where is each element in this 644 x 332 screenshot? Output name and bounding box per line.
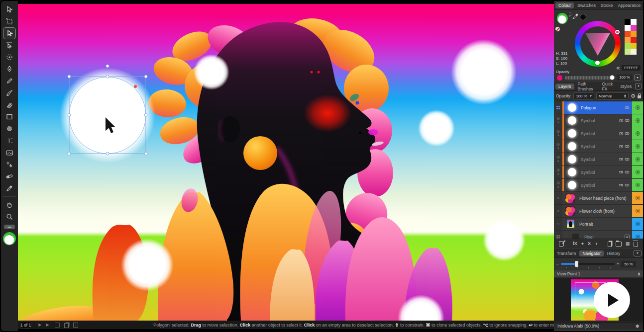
- vector-brush-tool[interactable]: [3, 87, 16, 99]
- artboard-tool[interactable]: [3, 15, 16, 27]
- fx-badge-icon[interactable]: fX: [619, 118, 623, 123]
- fill-adjustment-icon[interactable]: ◑: [595, 241, 597, 246]
- view-point-row[interactable]: View Point 1: [554, 270, 643, 278]
- swatch[interactable]: [625, 31, 631, 37]
- eyedropper-icon[interactable]: [572, 13, 579, 21]
- swatch[interactable]: [625, 19, 631, 25]
- tab-navigator[interactable]: Navigator: [579, 250, 603, 256]
- frame-text-tool[interactable]: T: [3, 135, 16, 147]
- tab-swatches[interactable]: Swatches: [576, 2, 597, 8]
- colour-picker-tool[interactable]: [3, 182, 16, 194]
- layer-visibility-toggle[interactable]: [632, 127, 643, 140]
- swatch[interactable]: [625, 37, 631, 43]
- link-badge-icon[interactable]: [625, 170, 630, 174]
- gradient-tool[interactable]: [3, 170, 16, 182]
- blend-mode-select[interactable]: Normal: [596, 92, 629, 100]
- layers-panel-menu-button[interactable]: [635, 83, 642, 89]
- layer-lock-icon[interactable]: [638, 95, 641, 98]
- layer-gutter[interactable]: ◎›: [554, 166, 562, 178]
- layer-thumbnail[interactable]: [565, 206, 575, 216]
- link-badge-icon[interactable]: [625, 119, 630, 122]
- tab-appearance[interactable]: Appearance: [616, 2, 642, 8]
- paint-brush-tool[interactable]: [3, 99, 16, 111]
- layer-gutter[interactable]: ◎›: [554, 127, 562, 140]
- zoom-value-box[interactable]: 50 %: [621, 261, 636, 267]
- layer-thumbnail[interactable]: [568, 116, 576, 125]
- layer-settings-gear-icon[interactable]: ⚙: [631, 93, 636, 99]
- picture-frame-tool[interactable]: [3, 147, 16, 159]
- layer-row-polygon[interactable]: Polygon: [554, 101, 643, 114]
- rotation-handle[interactable]: [106, 65, 109, 68]
- fill-stroke-indicator[interactable]: [2, 232, 16, 247]
- layer-fx-icon[interactable]: fX: [573, 241, 577, 246]
- opacity-slider-handle[interactable]: [610, 75, 615, 80]
- layer-visibility-toggle[interactable]: [632, 166, 643, 178]
- zoom-tool[interactable]: [3, 211, 16, 223]
- swatch[interactable]: [631, 43, 637, 49]
- edit-all-layers-icon[interactable]: [559, 241, 564, 247]
- layer-row-symbol[interactable]: ◎›SymbolfX: [554, 127, 643, 140]
- fill-colour-swatch[interactable]: [4, 235, 14, 245]
- link-badge-icon[interactable]: [625, 106, 630, 109]
- duplicate-layer-icon[interactable]: [608, 242, 612, 247]
- layer-thumbnail[interactable]: [568, 168, 576, 176]
- hue-marker[interactable]: [615, 30, 620, 34]
- adjustment-layer-icon[interactable]: X: [588, 241, 591, 246]
- swatch[interactable]: [631, 31, 637, 37]
- sl-marker[interactable]: [595, 61, 600, 65]
- play-icon[interactable]: ▶: [38, 323, 41, 327]
- tab-stroke[interactable]: Stroke: [599, 2, 615, 8]
- layer-thumbnail[interactable]: [567, 220, 574, 228]
- swatch[interactable]: [631, 25, 637, 31]
- zoom-slider-handle[interactable]: [575, 261, 578, 267]
- layer-row-symbol[interactable]: ◎›SymbolfX: [554, 153, 643, 166]
- swap-colours-icon[interactable]: ⤸: [569, 12, 571, 17]
- document-canvas[interactable]: [18, 4, 554, 321]
- layer-thumbnail[interactable]: [568, 103, 576, 112]
- no-colour-icon[interactable]: [555, 27, 560, 31]
- opacity-slider-track[interactable]: [565, 76, 613, 80]
- tab-layers[interactable]: Layers: [555, 83, 574, 89]
- current-colour-dot[interactable]: [557, 75, 562, 81]
- layer-visibility-toggle[interactable]: [632, 179, 643, 191]
- swatch[interactable]: [625, 43, 631, 49]
- fx-badge-icon[interactable]: fX: [619, 144, 623, 149]
- layer-row-symbol[interactable]: ◎›SymbolfX: [554, 179, 643, 192]
- fx-badge-icon[interactable]: fX: [619, 183, 623, 187]
- tab-quick-fx[interactable]: Quick FX: [600, 81, 617, 92]
- tab-styles[interactable]: Styles: [619, 83, 633, 89]
- mask-layer-icon[interactable]: ●: [581, 241, 584, 246]
- pattern-layer-icon[interactable]: ▦: [626, 241, 630, 246]
- layer-row-symbol[interactable]: ◎›SymbolfX: [554, 166, 643, 179]
- layer-thumbnail[interactable]: [568, 142, 576, 151]
- toolbar-more-button[interactable]: •••: [4, 225, 15, 229]
- fx-badge-icon[interactable]: fX: [619, 170, 623, 174]
- layer-gutter[interactable]: [554, 101, 562, 114]
- layer-thumbnail[interactable]: [568, 129, 576, 138]
- corner-tool[interactable]: [3, 51, 16, 63]
- layer-gutter[interactable]: ›: [554, 192, 562, 204]
- picked-colour-swatch[interactable]: [580, 14, 586, 20]
- layer-visibility-toggle[interactable]: [632, 114, 643, 127]
- point-transform-tool[interactable]: [3, 159, 16, 170]
- contour-tool[interactable]: [3, 39, 16, 51]
- zoom-slider-track[interactable]: [561, 263, 615, 265]
- node-point[interactable]: [134, 85, 137, 88]
- swatch[interactable]: [625, 25, 631, 31]
- swatch[interactable]: [631, 37, 637, 43]
- swatch[interactable]: [631, 49, 637, 55]
- rectangle-tool[interactable]: [3, 111, 16, 123]
- layer-visibility-toggle[interactable]: [632, 153, 643, 166]
- swatch[interactable]: [625, 49, 631, 55]
- new-group-icon[interactable]: [616, 242, 621, 247]
- tab-colour[interactable]: Colour: [555, 2, 574, 8]
- layer-gutter[interactable]: ›: [554, 205, 562, 217]
- ellipse-tool[interactable]: [3, 123, 16, 135]
- layer-thumbnail[interactable]: [568, 181, 576, 189]
- link-badge-icon[interactable]: [625, 132, 630, 135]
- layer-visibility-toggle[interactable]: [632, 218, 643, 230]
- swatch[interactable]: [631, 19, 637, 25]
- hex-value-field[interactable]: FFFFFF: [622, 65, 641, 71]
- opacity-dropdown-button[interactable]: [634, 75, 641, 81]
- layer-thumbnail[interactable]: [565, 193, 575, 203]
